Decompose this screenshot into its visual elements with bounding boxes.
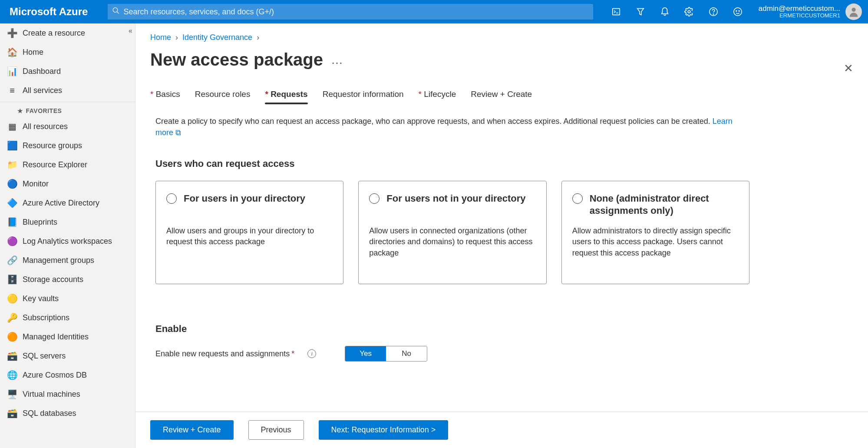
breadcrumb-home[interactable]: Home: [150, 33, 171, 42]
sidebar-item-label: Key vaults: [23, 294, 59, 303]
account-email: admin@ermeticcustom...: [759, 4, 840, 13]
svg-marker-4: [637, 9, 644, 15]
global-search[interactable]: [108, 4, 593, 20]
cloud-shell-icon[interactable]: [611, 7, 621, 17]
collapse-sidebar-icon[interactable]: «: [129, 27, 132, 35]
section-heading-enable: Enable: [155, 323, 749, 335]
sidebar-item-key-vaults[interactable]: 🟡Key vaults: [0, 289, 135, 308]
tab-basics[interactable]: Basics: [150, 90, 180, 104]
enable-row: Enable new requests and assignments* i Y…: [155, 346, 749, 362]
sidebar-item-label: Management groups: [23, 256, 94, 265]
previous-button[interactable]: Previous: [248, 420, 304, 440]
favorites-header: ★FAVORITES: [0, 104, 135, 117]
breadcrumb: Home › Identity Governance ›: [150, 33, 853, 42]
sidebar-item-label: Log Analytics workspaces: [23, 237, 112, 246]
folder-icon: 📁: [7, 159, 17, 170]
search-input[interactable]: [108, 4, 593, 20]
more-actions-icon[interactable]: …: [331, 53, 344, 67]
notifications-icon[interactable]: [660, 7, 670, 17]
storage-icon: 🗄️: [7, 274, 17, 285]
sidebar-item-create-a-resource[interactable]: ➕Create a resource: [0, 23, 135, 43]
page-title: New access package: [150, 50, 323, 70]
sidebar-item-sql-servers[interactable]: 🗃️SQL servers: [0, 346, 135, 365]
svg-point-0: [113, 8, 118, 13]
sidebar-item-label: Managed Identities: [23, 332, 89, 342]
sidebar-item-subscriptions[interactable]: 🔑Subscriptions: [0, 308, 135, 327]
requestor-scope-card-2[interactable]: None (administrator direct assignments o…: [561, 181, 749, 284]
sidebar-item-label: Dashboard: [23, 67, 61, 76]
enable-label: Enable new requests and assignments*: [155, 349, 294, 358]
svg-point-5: [688, 10, 690, 13]
sidebar-item-label: Storage accounts: [23, 275, 83, 284]
breadcrumb-identity-governance[interactable]: Identity Governance: [182, 33, 252, 42]
sidebar-item-virtual-machines[interactable]: 🖥️Virtual machines: [0, 385, 135, 404]
tab-review-create[interactable]: Review + Create: [471, 90, 532, 104]
sidebar-item-dashboard[interactable]: 📊Dashboard: [0, 62, 135, 81]
sidebar-item-label: SQL databases: [23, 409, 76, 418]
close-icon[interactable]: ✕: [844, 62, 853, 75]
svg-point-11: [851, 8, 855, 12]
sidebar-item-monitor[interactable]: 🔵Monitor: [0, 174, 135, 193]
blueprints-icon: 📘: [7, 217, 17, 227]
main: ✕ Home › Identity Governance › New acces…: [135, 23, 868, 448]
tab-resource-roles[interactable]: Resource roles: [195, 90, 251, 104]
sidebar-item-label: All services: [23, 86, 62, 95]
sidebar-item-azure-active-directory[interactable]: 🔷Azure Active Directory: [0, 193, 135, 212]
sidebar-item-blueprints[interactable]: 📘Blueprints: [0, 212, 135, 232]
search-icon: [112, 7, 120, 17]
sidebar-item-label: Home: [23, 48, 43, 57]
key-icon: 🔑: [7, 312, 17, 323]
section-heading-users: Users who can request access: [155, 158, 749, 169]
svg-point-9: [736, 10, 737, 11]
sidebar: « ➕Create a resource🏠Home📊Dashboard≡All …: [0, 23, 135, 448]
radio-icon: [166, 193, 177, 204]
sidebar-item-sql-databases[interactable]: 🗃️SQL databases: [0, 404, 135, 423]
sidebar-item-storage-accounts[interactable]: 🗄️Storage accounts: [0, 270, 135, 289]
chevron-right-icon: ›: [175, 33, 178, 42]
requestor-scope-card-0[interactable]: For users in your directoryAllow users a…: [155, 181, 343, 284]
sidebar-item-azure-cosmos-db[interactable]: 🌐Azure Cosmos DB: [0, 365, 135, 385]
chevron-right-icon: ›: [257, 33, 259, 42]
keyvault-icon: 🟡: [7, 293, 17, 304]
help-icon[interactable]: [708, 7, 719, 17]
tab-requests[interactable]: Requests: [265, 90, 307, 104]
requestor-scope-card-1[interactable]: For users not in your directoryAllow use…: [358, 181, 546, 284]
card-desc: Allow users and groups in your directory…: [166, 226, 333, 247]
managed-icon: 🟠: [7, 332, 17, 342]
footer: Review + Create Previous Next: Requestor…: [135, 411, 868, 448]
next-button[interactable]: Next: Requestor Information >: [319, 420, 449, 440]
tab-lifecycle[interactable]: Lifecycle: [419, 90, 456, 104]
sidebar-item-all-resources[interactable]: ▦All resources: [0, 117, 135, 136]
sidebar-item-managed-identities[interactable]: 🟠Managed Identities: [0, 327, 135, 346]
sidebar-item-management-groups[interactable]: 🔗Management groups: [0, 251, 135, 270]
sidebar-item-all-services[interactable]: ≡All services: [0, 81, 135, 100]
card-desc: Allow administrators to directly assign …: [572, 226, 739, 259]
avatar: [845, 3, 862, 20]
filter-icon[interactable]: [635, 7, 646, 17]
info-icon[interactable]: i: [307, 349, 316, 358]
sidebar-separator: [0, 102, 135, 102]
sidebar-item-resource-explorer[interactable]: 📁Resource Explorer: [0, 155, 135, 174]
sidebar-item-resource-groups[interactable]: 🟦Resource groups: [0, 136, 135, 155]
sidebar-item-label: Resource Explorer: [23, 160, 87, 169]
topbar-actions: [611, 7, 743, 17]
cosmos-icon: 🌐: [7, 370, 17, 380]
toggle-yes[interactable]: Yes: [345, 346, 386, 361]
enable-toggle[interactable]: Yes No: [345, 346, 427, 362]
sidebar-item-label: All resources: [23, 122, 68, 131]
settings-icon[interactable]: [684, 7, 694, 17]
account-menu[interactable]: admin@ermeticcustom... ERMETICCUSTOMER1: [759, 3, 862, 20]
tab-requestor-information[interactable]: Requestor information: [323, 90, 404, 104]
sidebar-item-log-analytics-workspaces[interactable]: 🟣Log Analytics workspaces: [0, 232, 135, 251]
sidebar-item-label: Resource groups: [23, 141, 82, 150]
svg-line-1: [117, 12, 119, 14]
plus-icon: ➕: [7, 28, 17, 38]
rg-icon: 🟦: [7, 140, 17, 151]
requestor-scope-cards: For users in your directoryAllow users a…: [155, 181, 749, 284]
toggle-no[interactable]: No: [386, 346, 427, 361]
sidebar-item-home[interactable]: 🏠Home: [0, 43, 135, 62]
grid-icon: ▦: [7, 121, 17, 132]
feedback-icon[interactable]: [733, 7, 743, 17]
svg-rect-2: [612, 9, 620, 15]
review-create-button[interactable]: Review + Create: [150, 420, 234, 440]
